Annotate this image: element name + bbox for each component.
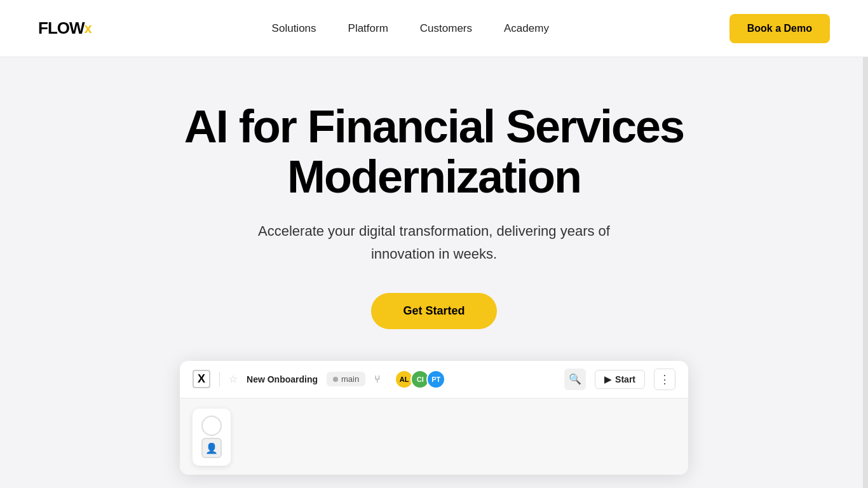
more-options-button[interactable]: ⋮ bbox=[654, 369, 675, 390]
app-logo-mini[interactable]: X bbox=[193, 370, 210, 388]
more-icon: ⋮ bbox=[659, 372, 670, 386]
branch-label: main bbox=[341, 374, 359, 384]
nav-link-solutions[interactable]: Solutions bbox=[272, 22, 316, 34]
nav-link-academy[interactable]: Academy bbox=[504, 22, 549, 34]
logo[interactable]: FLOWx bbox=[38, 18, 92, 38]
search-button[interactable]: 🔍 bbox=[564, 369, 586, 390]
node-user-icon: 👤 bbox=[201, 438, 222, 458]
hero-subtitle: Accelerate your digital transformation, … bbox=[231, 220, 637, 264]
nav-links: Solutions Platform Customers Academy bbox=[272, 22, 549, 35]
get-started-button[interactable]: Get Started bbox=[371, 293, 496, 329]
app-canvas: 👤 bbox=[180, 398, 688, 475]
nav-item-academy[interactable]: Academy bbox=[504, 22, 549, 35]
start-label: Start bbox=[615, 374, 635, 384]
node-circle bbox=[201, 416, 222, 436]
nav-link-customers[interactable]: Customers bbox=[420, 22, 472, 34]
hero-title: AI for Financial Services Modernization bbox=[148, 102, 720, 202]
star-icon[interactable]: ☆ bbox=[229, 373, 238, 385]
nav-item-customers[interactable]: Customers bbox=[420, 22, 472, 35]
book-demo-button[interactable]: Book a Demo bbox=[729, 14, 830, 43]
canvas-node-start[interactable]: 👤 bbox=[193, 409, 231, 466]
play-icon: ▶ bbox=[604, 374, 611, 384]
git-icon[interactable]: ⑂ bbox=[374, 374, 381, 385]
hero-section: AI for Financial Services Modernization … bbox=[0, 57, 868, 488]
toolbar-divider bbox=[219, 372, 220, 387]
navbar: FLOWx Solutions Platform Customers Acade… bbox=[0, 0, 868, 57]
scrollbar[interactable] bbox=[863, 0, 868, 488]
avatar-pt: PT bbox=[426, 370, 445, 389]
avatar-group: AL CI PT bbox=[395, 370, 442, 389]
nav-item-solutions[interactable]: Solutions bbox=[272, 22, 316, 35]
nav-link-platform[interactable]: Platform bbox=[348, 22, 388, 34]
app-toolbar: X ☆ New Onboarding main ⑂ AL CI PT 🔍 bbox=[180, 361, 688, 398]
nav-item-platform[interactable]: Platform bbox=[348, 22, 388, 35]
tab-name: New Onboarding bbox=[247, 374, 318, 384]
logo-x: x bbox=[85, 20, 92, 37]
branch-dot bbox=[333, 377, 338, 382]
branch-indicator: main bbox=[327, 372, 365, 386]
search-icon: 🔍 bbox=[569, 373, 581, 385]
app-preview: X ☆ New Onboarding main ⑂ AL CI PT 🔍 bbox=[180, 361, 688, 475]
start-button[interactable]: ▶ Start bbox=[595, 370, 645, 389]
logo-text: FLOW bbox=[38, 18, 85, 38]
